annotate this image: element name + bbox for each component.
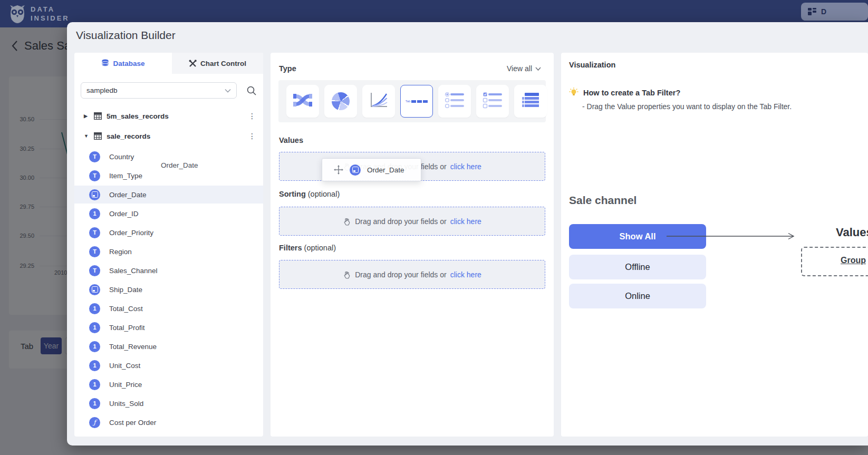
field-item-order-priority[interactable]: TOrder_Priority [74,224,263,241]
dashboard-icon [807,7,817,16]
brand-text: DATA INSIDER [31,5,70,23]
click-here-link[interactable]: click here [450,217,481,226]
drag-source-ghost-label: Order_Date [161,161,198,169]
field-label: Region [109,248,132,256]
dashboard-label: D [821,7,826,16]
click-here-link[interactable]: click here [450,162,481,171]
values-section-label: Values [279,136,303,144]
caret-right-icon[interactable]: ▶ [84,113,89,119]
group-annotation-link[interactable]: Group [841,256,866,265]
chart-type-radio-filter[interactable] [438,85,471,118]
field-label: Item_Type [109,172,142,180]
drag-chip-label: Order_Date [367,166,404,174]
field-label: Unit_Price [109,381,142,389]
sankey-chart-icon [293,92,312,111]
chevron-down-icon [225,89,231,93]
field-item-unit-price[interactable]: 1Unit_Price [74,375,263,393]
date-field-icon [350,164,361,176]
date-field-icon [89,189,100,200]
move-icon [334,165,343,175]
function-field-icon: ƒ [89,417,100,428]
chart-type-tab-filter[interactable]: Tab [400,85,433,118]
field-label: Total_Cost [109,305,143,313]
tab-database[interactable]: Database [74,53,172,74]
number-field-icon: 1 [89,379,100,390]
field-item-item-type[interactable]: TItem_Type [74,167,263,185]
visualization-builder-modal: Visualization Builder Database Chart Con… [67,22,868,446]
visualization-panel: Visualization How to create a Tab Filter… [561,53,868,437]
number-field-icon: 1 [89,360,100,371]
chart-type-strip: Tab [278,80,546,122]
field-label: Order_Priority [109,229,153,237]
text-field-icon: T [89,265,100,276]
table-name: 5m_sales_records [107,112,169,120]
view-all-dropdown[interactable]: View all [507,64,541,73]
field-item-total-revenue[interactable]: 1Total_Revenue [74,337,263,355]
field-label: Cost per Order [109,419,156,427]
field-label: Unit_Cost [109,362,140,370]
chart-type-checkbox-filter[interactable] [476,85,509,118]
number-field-icon: 1 [89,208,100,219]
field-item-ship-date[interactable]: Ship_Date [74,280,263,298]
sorting-dropzone[interactable]: Drag and drop your fields or click here [279,207,545,236]
values-annotation-label: Values [836,226,868,239]
table-icon [94,112,102,120]
number-field-icon: 1 [89,303,100,314]
tab-chart-control[interactable]: Chart Control [172,53,263,74]
chart-type-line-chart[interactable] [362,85,395,118]
table-row-5m-sales-records[interactable]: ▶ 5m_sales_records ⋮ [74,107,263,125]
search-icon[interactable] [246,85,257,96]
field-item-unit-cost[interactable]: 1Unit_Cost [74,356,263,374]
pie-chart-icon [332,92,350,110]
text-field-icon: T [89,227,100,238]
field-label: Ship_Date [109,286,142,294]
field-item-order-id[interactable]: 1Order_ID [74,205,263,222]
field-item-order-date[interactable]: Order_Date [74,186,263,204]
field-item-region[interactable]: TRegion [74,243,263,260]
text-field-icon: T [89,246,100,257]
database-select-value: sampledb [86,86,118,94]
app-root: Sales Sa 30.5030.2530.0029.7529.5029.25 … [0,0,868,455]
chart-type-sankey-chart[interactable] [286,85,319,118]
kebab-menu-icon[interactable]: ⋮ [248,112,256,120]
chart-type-pie-chart[interactable] [324,85,357,118]
filters-dropzone[interactable]: Drag and drop your fields or click here [279,260,545,289]
channel-button-online[interactable]: Online [569,284,706,308]
chevron-down-icon [535,67,541,71]
text-field-icon: T [89,151,100,162]
table-row-sale-records[interactable]: ▼ sale_records ⋮ [74,127,263,145]
dragging-field-chip[interactable]: Order_Date [322,158,421,181]
lightbulb-icon [569,88,578,98]
field-label: Total_Profit [109,324,145,332]
tip-body: - Drag the Value properties you want to … [582,102,792,111]
dashboard-nav-button[interactable]: D [801,3,868,21]
kebab-menu-icon[interactable]: ⋮ [248,132,256,140]
radio-filter-icon [445,91,465,111]
chart-type-table-chart[interactable] [514,85,547,118]
database-select[interactable]: sampledb [81,82,237,99]
tip-row: How to create a Tab Filter? [569,88,680,98]
tools-icon [189,60,197,67]
date-field-icon [89,284,100,295]
field-item-cost-per-order[interactable]: ƒCost per Order [74,413,263,431]
number-field-icon: 1 [89,398,100,409]
field-item-total-profit[interactable]: 1Total_Profit [74,318,263,336]
number-field-icon: 1 [89,341,100,352]
tab-chart-control-label: Chart Control [200,60,246,67]
channel-button-offline[interactable]: Offline [569,255,706,279]
field-label: Total_Revenue [109,343,157,351]
field-label: Country [109,153,134,161]
text-field-icon: T [89,170,100,181]
drag-hand-icon [343,217,351,226]
modal-title: Visualization Builder [76,29,176,42]
table-icon [94,132,102,140]
builder-panel: Type View all Tab Values Drag and drop y… [271,53,554,437]
preview-title: Sale channel [569,194,636,207]
caret-down-icon[interactable]: ▼ [84,133,89,139]
dropzone-text: Drag and drop your fields or [355,270,447,279]
click-here-link[interactable]: click here [450,270,481,279]
type-section-label: Type [279,64,296,73]
field-item-sales-channel[interactable]: TSales_Channel [74,262,263,279]
field-item-total-cost[interactable]: 1Total_Cost [74,299,263,317]
field-item-units-sold[interactable]: 1Units_Sold [74,394,263,412]
